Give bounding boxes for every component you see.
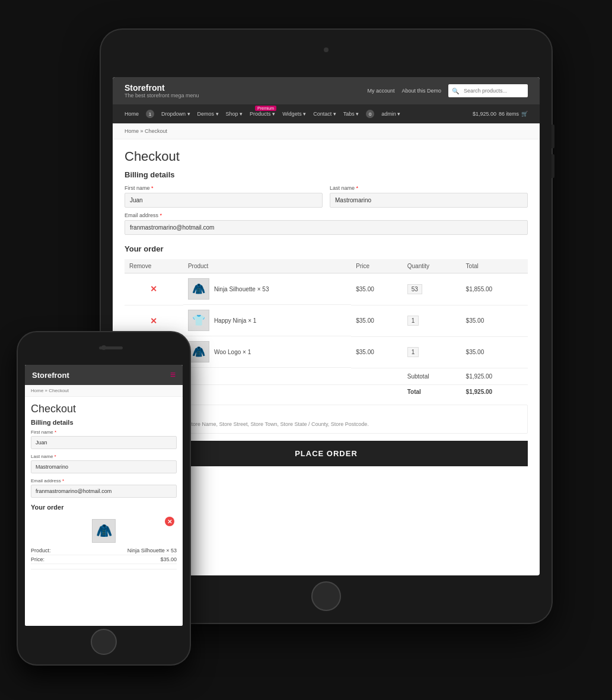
about-demo-link[interactable]: About this Demo (401, 88, 441, 94)
product-img-3: 🧥 (188, 341, 209, 362)
col-qty: Quantity (403, 259, 461, 273)
col-product: Product (183, 259, 351, 273)
table-row: ✕ 👕 Happy Ninja × 1 $35.00 1 $35.00 (125, 305, 528, 336)
phone-order-section: Your order ✕ 🧥 Product: Ninja Silhouette… (31, 504, 177, 569)
nav-admin[interactable]: admin ▾ (381, 111, 400, 117)
nav-zero: 0 (366, 110, 374, 118)
qty-2[interactable]: 1 (407, 316, 419, 326)
phone-price-value: $35.00 (160, 556, 177, 562)
subtotal-value: $1,925.00 (461, 368, 528, 384)
phone-billing-title: Billing details (31, 419, 177, 426)
table-row: ✕ 🧥 Ninja Silhouette × 53 $35.00 53 $1,8… (125, 273, 528, 306)
subtotal-label: Subtotal (403, 368, 461, 384)
header-links: My account About this Demo 🔍 (367, 84, 528, 97)
cart-items: 86 items (499, 111, 519, 117)
phone-product-label: Product: (31, 548, 51, 553)
breadcrumb-text: Home » Checkout (125, 128, 167, 134)
premium-badge: Premium (255, 106, 276, 111)
nav-shop[interactable]: Shop ▾ (226, 111, 243, 117)
billing-section-title: Billing details (125, 170, 528, 179)
nav-tabs[interactable]: Tabs ▾ (343, 111, 359, 117)
site-tagline: The best storefront mega menu (125, 93, 199, 98)
phone-price-label: Price: (31, 556, 44, 562)
name-row: First name * Last name * (125, 185, 528, 208)
phone-breadcrumb-text: Home » Checkout (31, 388, 69, 393)
phone-breadcrumb: Home » Checkout (25, 385, 183, 397)
nav-contact[interactable]: Contact ▾ (313, 111, 336, 117)
tablet-vol-up (552, 125, 554, 148)
phone-email-label: Email address * (31, 478, 177, 483)
cart-amount: $1,925.00 (473, 111, 496, 117)
site-title: Storefront (125, 83, 199, 93)
email-row: Email address * (125, 212, 528, 235)
my-account-link[interactable]: My account (367, 88, 394, 94)
product-price-1: $35.00 (351, 273, 403, 306)
email-group: Email address * (125, 212, 528, 235)
email-input[interactable] (125, 220, 528, 235)
hamburger-menu-icon[interactable]: ≡ (170, 370, 176, 380)
scene: Storefront The best storefront mega menu… (0, 0, 612, 700)
qty-3[interactable]: 1 (407, 347, 419, 357)
product-price-3: $35.00 (351, 336, 403, 368)
cart-icon: 🛒 (521, 111, 528, 117)
product-price-2: $35.00 (351, 305, 403, 336)
phone-order-item: ✕ 🧥 Product: Ninja Silhouette × 53 Price… (31, 514, 177, 569)
site-logo: Storefront The best storefront mega menu (125, 83, 199, 98)
remove-item-2[interactable]: ✕ (129, 316, 179, 326)
order-section-title: Your order (125, 244, 528, 253)
phone-logo: Storefront (32, 371, 69, 380)
first-name-group: First name * (125, 185, 323, 208)
phone-header: Storefront ≡ (25, 365, 183, 385)
phone-home-button[interactable] (91, 629, 117, 655)
phone-first-name-group: First name * (31, 429, 177, 449)
nav-dropdown[interactable]: Dropdown ▾ (161, 111, 190, 117)
site-nav: Home 1 Dropdown ▾ Demos ▾ Shop ▾ Product… (113, 104, 540, 123)
nav-widgets[interactable]: Widgets ▾ (282, 111, 306, 117)
last-name-label: Last name * (330, 185, 528, 191)
nav-demos[interactable]: Demos ▾ (197, 111, 219, 117)
col-price: Price (351, 259, 403, 273)
phone-first-name-input[interactable] (31, 436, 177, 449)
qty-1[interactable]: 53 (407, 284, 422, 294)
product-total-3: $35.00 (461, 336, 528, 368)
phone-device: Storefront ≡ Home » Checkout Checkout Bi… (18, 332, 190, 664)
total-value: $1,925.00 (461, 384, 528, 399)
product-total-2: $35.00 (461, 305, 528, 336)
phone-product-name-row: Product: Ninja Silhouette × 53 (31, 546, 177, 555)
search-input[interactable] (459, 85, 524, 96)
phone-email-input[interactable] (31, 485, 177, 498)
product-img-2: 👕 (188, 310, 209, 331)
nav-home[interactable]: Home (125, 111, 139, 117)
phone-speaker (99, 346, 123, 349)
tablet-vol-down (552, 154, 554, 178)
col-total: Total (461, 259, 528, 273)
product-name-3: Woo Logo × 1 (214, 349, 251, 355)
last-name-group: Last name * (330, 185, 528, 208)
site-header: Storefront The best storefront mega menu… (113, 77, 540, 104)
search-icon: 🔍 (452, 88, 459, 94)
phone-last-name-input[interactable] (31, 460, 177, 473)
phone-remove-btn[interactable]: ✕ (165, 517, 174, 526)
tablet-camera (324, 47, 329, 52)
product-name-2: Happy Ninja × 1 (214, 317, 256, 324)
phone-last-name-group: Last name * (31, 454, 177, 473)
last-name-input[interactable] (330, 193, 528, 208)
first-name-input[interactable] (125, 193, 323, 208)
total-label: Total (403, 384, 461, 399)
product-img-1: 🧥 (188, 278, 209, 300)
phone-last-name-label: Last name * (31, 454, 177, 459)
product-name-1: Ninja Silhouette × 53 (214, 286, 269, 292)
checkout-title: Checkout (125, 149, 528, 164)
phone-product-img: 🧥 (92, 519, 116, 543)
remove-item-1[interactable]: ✕ (129, 284, 179, 294)
phone-checkout-title: Checkout (31, 403, 177, 415)
col-remove: Remove (125, 259, 183, 273)
phone-order-title: Your order (31, 504, 177, 511)
phone-email-group: Email address * (31, 478, 177, 498)
nav-products[interactable]: Products ▾ (250, 111, 275, 117)
phone-product-value: Ninja Silhouette × 53 (128, 548, 177, 553)
phone-main: Checkout Billing details First name * La… (25, 397, 183, 622)
nav-cart[interactable]: $1,925.00 86 items 🛒 (473, 111, 528, 117)
phone-screen: Storefront ≡ Home » Checkout Checkout Bi… (25, 365, 183, 626)
tablet-home-button[interactable] (311, 581, 341, 611)
